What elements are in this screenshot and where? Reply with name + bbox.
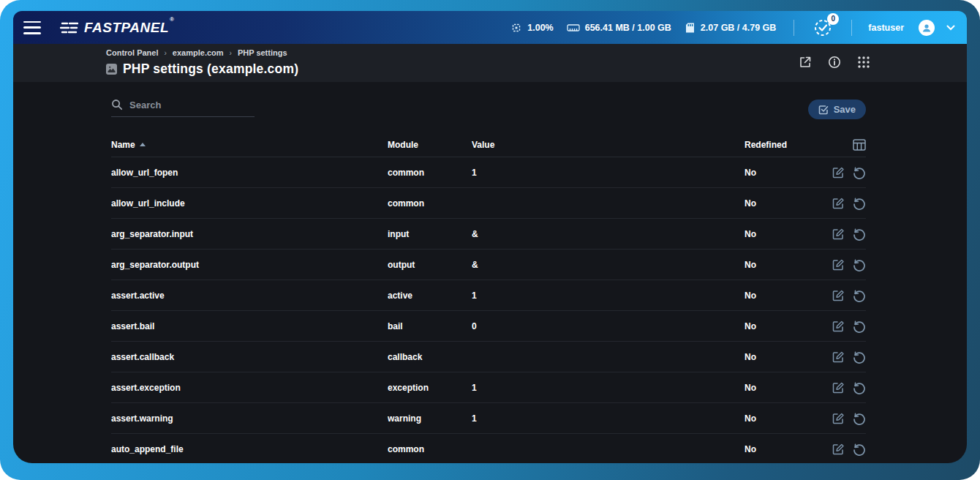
reset-setting-icon[interactable] — [853, 289, 866, 302]
setting-name: allow_url_include — [111, 198, 388, 209]
setting-redefined: No — [745, 290, 819, 301]
navbar-divider — [794, 20, 794, 36]
fastpanel-logo-text: FASTPANEL® — [84, 20, 173, 36]
fastpanel-logo[interactable]: FASTPANEL® — [60, 20, 173, 36]
reset-setting-icon[interactable] — [853, 320, 866, 333]
setting-module: common — [388, 444, 472, 454]
setting-module: bail — [388, 321, 472, 331]
reset-setting-icon[interactable] — [853, 443, 866, 456]
setting-module: common — [388, 198, 472, 209]
reset-setting-icon[interactable] — [853, 197, 866, 210]
table-row: assert.active active 1 No — [111, 280, 866, 311]
setting-redefined: No — [745, 383, 819, 393]
top-navbar: FASTPANEL® 1.00% — [13, 11, 967, 44]
cpu-icon — [510, 22, 522, 34]
disk-usage-stat: 2.07 GB / 4.79 GB — [685, 22, 777, 34]
reset-setting-icon[interactable] — [853, 381, 866, 394]
column-header-redefined[interactable]: Redefined — [745, 140, 819, 150]
table-body: allow_url_fopen common 1 No allow_url_in… — [111, 157, 866, 463]
setting-value: 1 — [472, 413, 745, 424]
user-avatar[interactable] — [919, 20, 935, 36]
table-header-row: Name Module Value Redefined — [111, 132, 866, 157]
column-settings-icon[interactable] — [853, 139, 866, 151]
setting-redefined: No — [745, 352, 819, 362]
table-row: assert.warning warning 1 No — [111, 403, 866, 434]
cpu-usage-stat: 1.00% — [510, 22, 553, 34]
breadcrumb-item[interactable]: Control Panel — [106, 48, 159, 57]
setting-value: 1 — [472, 168, 745, 178]
notifications-button[interactable]: 0 — [813, 18, 832, 37]
setting-redefined: No — [745, 444, 819, 454]
sort-ascending-icon — [140, 143, 146, 146]
setting-name: arg_separator.input — [111, 229, 388, 239]
edit-setting-icon[interactable] — [832, 228, 845, 241]
edit-setting-icon[interactable] — [832, 166, 845, 179]
setting-module: active — [388, 290, 472, 301]
column-header-value[interactable]: Value — [472, 140, 745, 150]
open-external-link-icon[interactable] — [799, 56, 812, 69]
table-row: assert.callback callback No — [111, 342, 866, 372]
reset-setting-icon[interactable] — [853, 350, 866, 364]
username-label: fastuser — [868, 23, 904, 33]
navbar-divider — [851, 20, 852, 36]
breadcrumb-item[interactable]: PHP settings — [238, 48, 287, 57]
edit-setting-icon[interactable] — [832, 443, 845, 456]
reset-setting-icon[interactable] — [853, 166, 866, 179]
edit-setting-icon[interactable] — [832, 258, 845, 271]
setting-value: & — [472, 229, 745, 239]
edit-setting-icon[interactable] — [832, 350, 845, 364]
toolbar: Save — [111, 99, 866, 119]
page-title: PHP settings (example.com) — [123, 61, 298, 77]
table-row: arg_separator.output output & No — [111, 250, 866, 280]
setting-redefined: No — [745, 198, 819, 209]
setting-redefined: No — [745, 168, 819, 178]
breadcrumb-separator: › — [230, 49, 232, 57]
fastpanel-logo-icon — [60, 20, 79, 35]
setting-value: 1 — [472, 383, 745, 393]
apps-grid-icon[interactable] — [857, 56, 870, 69]
memory-usage-stat: 656.41 MB / 1.00 GB — [567, 23, 671, 33]
setting-redefined: No — [745, 413, 819, 424]
table-row: assert.bail bail 0 No — [111, 311, 866, 342]
setting-redefined: No — [745, 321, 819, 331]
reset-setting-icon[interactable] — [853, 228, 866, 241]
cpu-usage-value: 1.00% — [527, 23, 553, 33]
disk-icon — [685, 22, 696, 34]
column-header-module[interactable]: Module — [388, 140, 472, 150]
hamburger-menu-icon[interactable] — [23, 21, 41, 34]
setting-module: common — [388, 168, 472, 178]
save-button[interactable]: Save — [808, 100, 866, 119]
setting-value: 1 — [472, 290, 745, 301]
edit-setting-icon[interactable] — [832, 412, 845, 425]
setting-value: & — [472, 260, 745, 270]
search-icon — [111, 99, 123, 110]
app-window: FASTPANEL® 1.00% — [0, 0, 980, 480]
disk-usage-value: 2.07 GB / 4.79 GB — [701, 23, 777, 33]
setting-module: warning — [388, 413, 472, 424]
search-box — [111, 99, 255, 117]
setting-name: assert.exception — [111, 383, 388, 393]
setting-name: arg_separator.output — [111, 260, 388, 270]
search-input[interactable] — [129, 100, 239, 110]
edit-setting-icon[interactable] — [832, 320, 845, 333]
setting-module: input — [388, 229, 472, 239]
table-row: allow_url_include common No — [111, 188, 866, 219]
edit-setting-icon[interactable] — [832, 289, 845, 302]
setting-redefined: No — [745, 229, 819, 239]
setting-name: auto_append_file — [111, 444, 388, 454]
setting-module: output — [388, 260, 472, 270]
setting-name: assert.callback — [111, 352, 388, 362]
reset-setting-icon[interactable] — [853, 412, 866, 425]
site-favicon-image-icon — [106, 64, 117, 75]
edit-setting-icon[interactable] — [832, 381, 845, 394]
user-menu-chevron-down-icon[interactable] — [946, 25, 955, 31]
memory-usage-value: 656.41 MB / 1.00 GB — [585, 23, 671, 33]
setting-module: callback — [388, 352, 472, 362]
reset-setting-icon[interactable] — [853, 258, 866, 271]
table-row: arg_separator.input input & No — [111, 219, 866, 250]
table-row: allow_url_fopen common 1 No — [111, 157, 866, 188]
breadcrumb-item[interactable]: example.com — [173, 48, 224, 57]
edit-setting-icon[interactable] — [832, 197, 845, 210]
info-icon[interactable] — [828, 56, 841, 69]
column-header-name[interactable]: Name — [111, 140, 388, 150]
